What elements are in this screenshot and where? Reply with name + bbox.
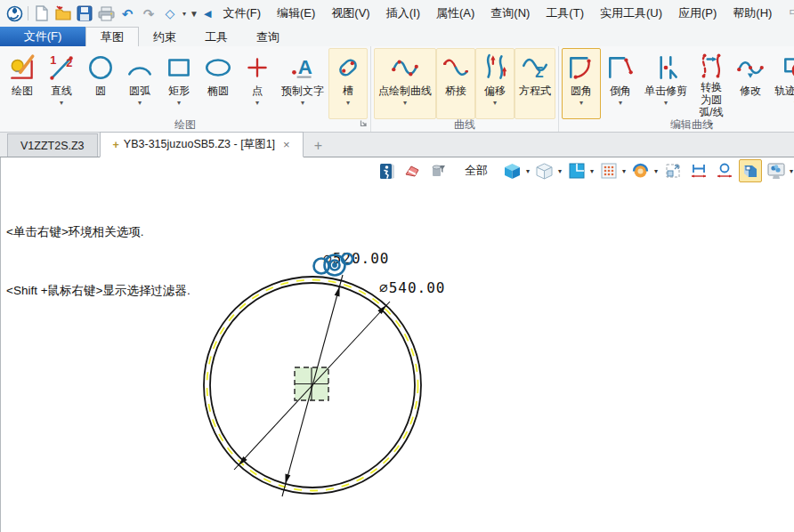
dropdown-arrow-icon[interactable]: ▾	[619, 99, 622, 108]
button-label: 圆	[95, 85, 106, 97]
button-label: 单击修剪	[644, 85, 687, 97]
undo-icon[interactable]: ↶	[117, 4, 137, 23]
point-curve-button[interactable]: 点绘制曲线 ▾	[374, 48, 436, 119]
dropdown-arrow-icon[interactable]: ▾	[301, 99, 304, 108]
ribbon-group-edit-curve: 圆角 ▾ 倒角 ▾ 单击修剪 ▾ 转换为圆弧/	[559, 46, 794, 132]
menu-bar: ↶ ↷ ◇ ▾ ▼ ◀ 文件(F) 编辑(E) 视图(V) 插入(I) 属性(A…	[0, 0, 794, 27]
close-tab-icon[interactable]: ×	[283, 138, 290, 151]
ribbon-tab-inquire[interactable]: 查询	[242, 28, 294, 46]
ready-text-button[interactable]: A 预制文字 ▾	[277, 48, 328, 119]
dimension-540-label: ∅540.00	[379, 279, 445, 296]
button-label: 点绘制曲线	[378, 85, 432, 97]
chamfer-button[interactable]: 倒角 ▾	[601, 48, 640, 119]
print-icon[interactable]	[96, 4, 116, 23]
line-button[interactable]: 12 直线 ▾	[42, 48, 81, 119]
ellipse-button[interactable]: 椭圆	[198, 48, 238, 119]
menu-applications[interactable]: 应用(P)	[670, 0, 725, 27]
modify-button[interactable]: 修改	[731, 48, 770, 119]
dropdown-arrow-icon[interactable]: ▾	[60, 99, 63, 108]
new-tab-button[interactable]: +	[305, 134, 331, 157]
drawing-canvas[interactable]: 全部 ▾ ▾ ▾ ▾ ▾	[0, 157, 794, 532]
modify-icon	[735, 51, 766, 85]
button-label: 直线	[51, 85, 72, 97]
menu-edit[interactable]: 编辑(E)	[269, 0, 323, 27]
ribbon-tab-constraint[interactable]: 约束	[139, 28, 190, 46]
convert-arc-line-button[interactable]: 转换为圆弧/线 ▾	[692, 48, 731, 119]
selection-shape-icon[interactable]: ◇	[160, 4, 180, 23]
app-logo-icon	[4, 4, 24, 23]
button-label: 绘图	[12, 85, 33, 97]
draw-button[interactable]: 绘图	[3, 48, 42, 119]
collapse-menu-icon[interactable]: ◀	[204, 8, 211, 20]
trace-profile-icon	[781, 51, 794, 85]
point-button[interactable]: 点 ▾	[238, 48, 277, 119]
button-label: 轨迹轮廓	[774, 85, 794, 97]
button-label: 预制文字	[281, 85, 324, 97]
line-icon: 12	[46, 51, 77, 85]
bridge-icon	[441, 51, 471, 85]
modified-indicator: +	[113, 139, 119, 151]
dropdown-arrow-icon[interactable]: ▾	[177, 99, 181, 108]
ribbon-file-tab[interactable]: 文件(F)	[0, 27, 85, 46]
sketch-drawing[interactable]: ∅520.00 ∅540.00	[1, 157, 794, 532]
rectangle-button[interactable]: 矩形 ▾	[159, 48, 198, 119]
dropdown-arrow-icon[interactable]: ▾	[255, 99, 259, 108]
button-label: 矩形	[168, 85, 190, 97]
button-label: 修改	[740, 85, 761, 97]
save-icon[interactable]	[75, 4, 94, 23]
one-click-trim-button[interactable]: 单击修剪 ▾	[640, 48, 692, 119]
svg-text:2: 2	[66, 56, 72, 69]
button-label: 槽	[343, 85, 353, 97]
convert-arc-line-icon	[696, 51, 726, 81]
svg-text:A: A	[298, 56, 312, 78]
toolbar-expand-icon[interactable]: ▼	[190, 9, 198, 19]
menu-inquire[interactable]: 查询(N)	[482, 0, 538, 27]
menu-view[interactable]: 视图(V)	[323, 0, 377, 27]
circle-icon	[85, 51, 116, 85]
menu-utilities[interactable]: 实用工具(U)	[592, 0, 670, 27]
dropdown-arrow-icon[interactable]: ▾	[493, 99, 497, 108]
dropdown-arrow-icon[interactable]: ▾	[138, 99, 142, 108]
group-label-curve: 曲线	[371, 118, 558, 132]
group-label-edit-curve: 编辑曲线	[559, 118, 794, 132]
menu-file[interactable]: 文件(F)	[215, 0, 269, 27]
open-file-icon[interactable]	[53, 4, 73, 23]
slot-icon	[333, 51, 363, 85]
circle-button[interactable]: 圆	[81, 48, 120, 119]
menu-insert[interactable]: 插入(I)	[378, 0, 428, 27]
dropdown-arrow-icon[interactable]: ▾	[346, 99, 350, 108]
button-label: 倒角	[610, 85, 631, 97]
menu-help[interactable]: 帮助(H)	[725, 0, 780, 27]
fillet-icon	[566, 51, 596, 85]
menu-attributes[interactable]: 属性(A)	[428, 0, 482, 27]
fillet-button[interactable]: 圆角 ▾	[562, 48, 601, 119]
selection-dropdown-icon[interactable]: ▾	[182, 10, 186, 18]
offset-button[interactable]: 偏移 ▾	[475, 48, 514, 119]
zw3d-window: ↶ ↷ ◇ ▾ ▼ ◀ 文件(F) 编辑(E) 视图(V) 插入(I) 属性(A…	[0, 0, 794, 532]
dropdown-arrow-icon[interactable]: ▾	[579, 99, 583, 108]
button-label: 方程式	[519, 85, 551, 97]
document-tab-active[interactable]: + YB3-315juzuoSB5.Z3 - [草图1] ×	[100, 132, 304, 157]
document-tab-label: V1ZZT2S.Z3	[20, 140, 85, 152]
center-reference-block[interactable]	[295, 367, 328, 400]
new-document-icon[interactable]	[32, 4, 52, 23]
button-label: 点	[252, 85, 263, 97]
dropdown-arrow-icon[interactable]: ▾	[664, 99, 668, 108]
arc-button[interactable]: 圆弧 ▾	[120, 48, 159, 119]
menu-tools[interactable]: 工具(T)	[538, 0, 592, 27]
equation-button[interactable]: Σ 方程式	[514, 48, 555, 119]
one-click-trim-icon	[651, 51, 681, 85]
ribbon-tab-sketch[interactable]: 草图	[85, 27, 139, 46]
dropdown-arrow-icon[interactable]: ▾	[403, 99, 407, 108]
bridge-button[interactable]: 桥接	[436, 48, 475, 119]
button-label: 转换为圆弧/线	[696, 81, 726, 118]
toolbar-separator	[28, 6, 28, 20]
document-tab-inactive[interactable]: V1ZZT2S.Z3	[7, 133, 98, 157]
trace-profile-button[interactable]: 轨迹轮廓 ▾	[770, 48, 794, 119]
ribbon-tab-tools[interactable]: 工具	[190, 28, 242, 46]
draw-icon	[7, 51, 37, 85]
svg-text:Σ: Σ	[535, 65, 544, 80]
dialog-launcher-icon[interactable]	[360, 117, 368, 130]
slot-button[interactable]: 槽 ▾	[328, 48, 368, 119]
redo-icon[interactable]: ↷	[139, 4, 158, 23]
